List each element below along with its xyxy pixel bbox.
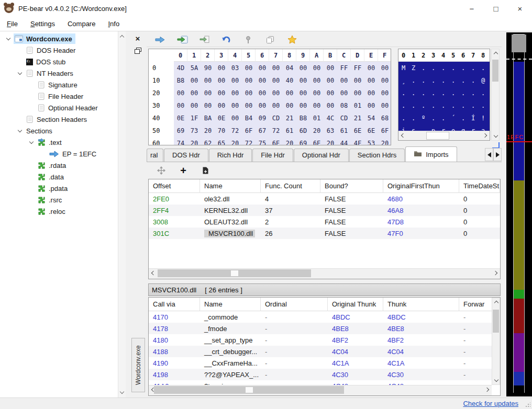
hex-byte[interactable]: 67 [256,124,269,137]
hex-byte[interactable]: 21 [283,112,296,124]
tab-optional-hdr[interactable]: Optional Hdr [294,149,349,162]
tree-item-nt-headers[interactable]: NT Headers [0,67,118,79]
hex-byte[interactable]: 54 [364,112,378,124]
tab-section-hdrs[interactable]: Section Hdrs [349,149,405,162]
hex-byte[interactable]: 00 [242,99,256,112]
cell-offset[interactable]: 2FF4 [149,207,200,214]
ascii-char[interactable]: . [428,99,438,112]
cell-func-count[interactable]: 37 [261,207,320,214]
hex-byte[interactable]: 72 [242,137,256,145]
column-header-originalfirstthun[interactable]: OriginalFirstThun [383,179,459,193]
cell-func-count[interactable]: 2 [261,218,320,226]
maximize-button[interactable]: □ [484,0,508,17]
ascii-char[interactable]: . [458,99,468,112]
hex-byte[interactable]: 00 [228,99,242,112]
tree-item-pdata[interactable]: .pdata [0,183,118,194]
menu-file[interactable]: File [2,18,23,30]
hex-byte[interactable]: 00 [242,74,256,87]
hex-byte[interactable]: 00 [378,62,391,74]
table-row[interactable]: 4170_commode-4BDC4BDC- [149,311,500,323]
ascii-char[interactable]: . [468,99,478,112]
cell-thunk[interactable]: 4BDC [383,313,459,321]
hex-byte[interactable]: 4D [174,62,187,74]
cell-originalfirstthun[interactable]: 46A8 [383,207,459,214]
column-header-original-thunk[interactable]: Original Thunk [328,298,383,311]
hex-byte[interactable]: 00 [269,99,283,112]
tab-scroll-left-button[interactable] [485,148,493,161]
tree-item-optional-header[interactable]: Optional Header [0,102,118,113]
cell-name[interactable]: ??2@YAPEAX_... [200,371,261,379]
ascii-char[interactable]: p [428,124,438,131]
table-row[interactable]: 4180__set_app_type-4BF24BF2- [149,334,500,346]
hex-byte[interactable]: 09 [256,112,269,124]
ascii-row[interactable]: ¸.......@. [398,74,490,87]
copy-icon[interactable] [264,34,276,46]
hex-byte[interactable]: 03 [228,62,242,74]
ascii-char[interactable]: . [418,62,428,74]
hex-byte[interactable]: 00 [256,62,269,74]
ascii-char[interactable]: . [398,99,408,112]
ascii-row[interactable]: MZ........ [398,62,490,74]
hex-byte[interactable]: 00 [310,62,324,74]
hex-row[interactable]: 2000000000000000000000000000000000 [149,87,391,99]
goto-arrow-icon[interactable] [154,34,167,46]
hex-byte[interactable]: 00 [201,87,215,99]
hex-byte[interactable]: FF [337,62,351,74]
hex-byte[interactable]: 6D [296,124,310,137]
cell-originalfirstthun[interactable]: 47F0 [383,230,459,237]
add-entry-icon[interactable] [199,165,212,176]
ascii-char[interactable]: . [478,62,488,74]
hex-byte[interactable]: 00 [283,99,296,112]
tab-rich-hdr[interactable]: Rich Hdr [209,149,252,162]
cell-original-thunk[interactable]: 4C1A [328,359,383,367]
tree-scrollbar[interactable] [118,31,126,397]
tree-item-ep-1efc[interactable]: EP = 1EFC [0,148,118,160]
ascii-char[interactable]: . [458,112,468,124]
expand-chevron-icon[interactable] [3,38,14,40]
ascii-char[interactable]: . [478,87,488,99]
ascii-char[interactable]: o [448,124,458,131]
hex-byte[interactable]: 00 [364,87,378,99]
table-row[interactable]: 4188__crt_debugger...-4C044C04- [149,346,500,357]
scroll-right-icon[interactable] [485,388,489,392]
table-row[interactable]: 3008OLEAUT32.dll2FALSE47D80 [149,216,500,228]
hex-row[interactable]: 3000000000000000000000000008010000 [149,99,391,112]
column-header-name[interactable]: Name [200,179,261,193]
hex-byte[interactable]: 6F [242,124,256,137]
hex-byte[interactable]: 73 [187,124,201,137]
ascii-char[interactable]: . [488,74,490,87]
ascii-char[interactable]: . [408,87,418,99]
table-row[interactable]: 4190__CxxFrameHa...-4C1A4C1A- [149,357,500,369]
ascii-char[interactable]: ! [478,112,488,124]
hex-byte[interactable]: 20 [324,137,337,145]
ascii-char[interactable]: Í [468,112,478,124]
ascii-char[interactable]: . [428,62,438,74]
functions-hscrollbar[interactable] [149,385,492,395]
ascii-row[interactable]: ..º..´.Í!¸ [398,112,490,124]
cell-name[interactable]: __set_app_type [200,336,261,344]
scrollbar-thumb[interactable] [158,269,311,277]
hex-byte[interactable]: 00 [337,74,351,87]
cell-ordinal[interactable]: - [261,359,328,367]
tab-ral[interactable]: ral [147,149,163,162]
table-row[interactable]: 301CMSVCR100.dll26FALSE47F00 [149,228,500,239]
scroll-right-icon[interactable] [493,271,497,275]
cell-timedatest[interactable]: 0 [459,218,500,226]
hex-byte[interactable]: 00 [201,74,215,87]
hex-byte[interactable]: 00 [296,87,310,99]
tree-item-rdata[interactable]: .rdata [0,160,118,171]
cell-name[interactable]: MSVCR100.dll [200,230,261,237]
scroll-up-icon[interactable] [120,35,124,39]
hex-byte[interactable]: 72 [269,124,283,137]
imports-table[interactable]: OffsetNameFunc. CountBound?OriginalFirst… [148,179,501,279]
hex-byte[interactable]: 0E [215,112,228,124]
hex-byte[interactable]: 00 [310,87,324,99]
hex-byte[interactable]: 00 [324,87,337,99]
hex-byte[interactable]: 20 [378,137,391,145]
cell-call-via[interactable]: 4198 [149,371,200,379]
ascii-row[interactable]: .......... [398,87,490,99]
load-into-doc-icon[interactable] [198,34,210,46]
ascii-char[interactable]: . [438,112,448,124]
hex-byte[interactable]: 62 [201,137,215,145]
hex-vscrollbar[interactable] [491,49,500,141]
